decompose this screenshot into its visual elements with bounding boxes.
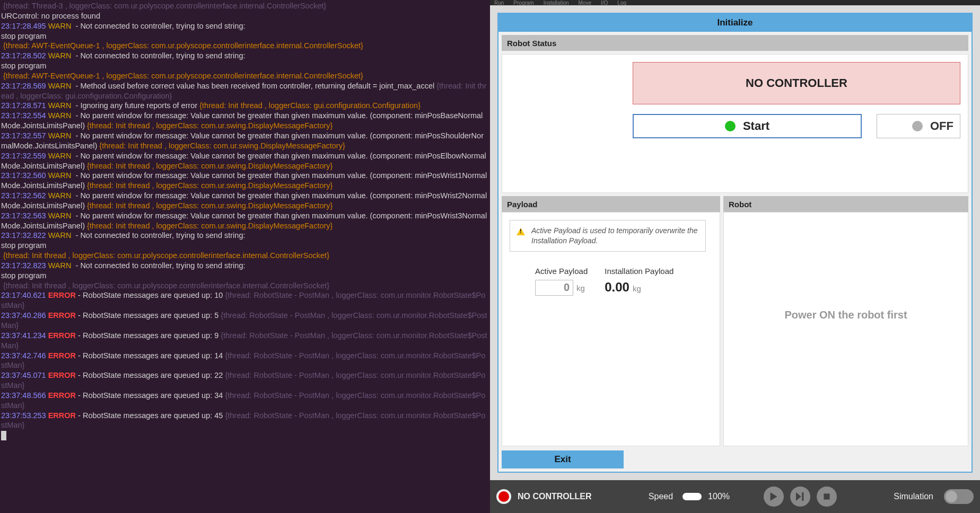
record-indicator-icon xyxy=(496,489,511,504)
bottom-status-bar: NO CONTROLLER Speed 100% Simulation xyxy=(490,480,980,513)
installation-payload-label: Installation Payload xyxy=(605,267,673,276)
terminal-line: 23:37:41.234 ERROR - RobotState messages… xyxy=(1,331,489,351)
terminal-line: stop program xyxy=(1,241,489,251)
payload-hint-text: Active Payload is used to temporarily ov… xyxy=(531,226,699,246)
menu-item[interactable]: Log xyxy=(617,0,626,5)
menu-item[interactable]: I/O xyxy=(601,0,608,5)
terminal-line: stop program xyxy=(1,271,489,281)
svg-marker-0 xyxy=(771,492,777,501)
robot-section: Robot Power ON the robot first xyxy=(723,196,968,446)
robot-power-message: Power ON the robot first xyxy=(731,309,960,321)
unit-label: kg xyxy=(576,284,585,293)
speed-value: 100% xyxy=(708,492,730,501)
terminal-line: 23:17:28.495 WARN - Not connected to con… xyxy=(1,21,489,31)
installation-payload-field: Installation Payload 0.00 kg xyxy=(605,267,673,296)
svg-rect-3 xyxy=(824,493,829,499)
menu-item[interactable]: Run xyxy=(494,0,504,5)
speed-slider[interactable] xyxy=(682,493,702,500)
terminal-line: 23:17:32.822 WARN - Not connected to con… xyxy=(1,231,489,241)
payload-section: Payload Active Payload is used to tempor… xyxy=(502,196,720,446)
terminal-line: 23:17:28.569 WARN - Method used before c… xyxy=(1,81,489,101)
no-controller-banner: NO CONTROLLER xyxy=(633,62,960,104)
terminal-line: 23:17:32.559 WARN - No parent window for… xyxy=(1,151,489,171)
unit-label: kg xyxy=(633,284,641,293)
terminal-line: stop program xyxy=(1,31,489,41)
simulation-toggle[interactable] xyxy=(944,489,974,504)
terminal-line: 23:37:42.746 ERROR - RobotState messages… xyxy=(1,351,489,371)
menu-item[interactable]: Installation xyxy=(544,0,569,5)
terminal-line: 23:17:32.557 WARN - No parent window for… xyxy=(1,131,489,151)
exit-button[interactable]: Exit xyxy=(502,450,624,468)
off-button[interactable]: OFF xyxy=(877,114,960,138)
terminal-line: {thread: Thread-3 , loggerClass: com.ur.… xyxy=(1,1,489,11)
active-payload-input[interactable] xyxy=(535,280,573,296)
initialize-panel: Initialize Robot Status NO CONTROLLER St… xyxy=(497,13,973,473)
start-button-label: Start xyxy=(743,119,769,133)
speed-label: Speed xyxy=(649,492,673,501)
robot-status-header: Robot Status xyxy=(502,35,968,51)
controller-status-label: NO CONTROLLER xyxy=(518,492,592,501)
terminal-line: {thread: Init thread , loggerClass: com.… xyxy=(1,281,489,291)
terminal-line: 23:37:45.071 ERROR - RobotState messages… xyxy=(1,370,489,391)
terminal-line: {thread: Init thread , loggerClass: com.… xyxy=(1,251,489,261)
active-payload-label: Active Payload xyxy=(535,267,588,276)
menu-item[interactable]: Program xyxy=(513,0,533,5)
terminal-line: 23:37:48.566 ERROR - RobotState messages… xyxy=(1,391,489,411)
terminal-line: 23:37:53.253 ERROR - RobotState messages… xyxy=(1,411,489,431)
status-dot-green-icon xyxy=(725,121,736,131)
menu-item[interactable]: Move xyxy=(579,0,591,5)
terminal-line: 23:37:40.286 ERROR - RobotState messages… xyxy=(1,311,489,331)
robot-header: Robot xyxy=(723,196,968,212)
workspace-area: Initialize Robot Status NO CONTROLLER St… xyxy=(490,5,980,480)
off-button-label: OFF xyxy=(930,119,953,133)
robot-status-area: NO CONTROLLER Start OFF xyxy=(502,54,968,193)
active-payload-field: Active Payload kg xyxy=(535,267,588,296)
terminal-line: 23:17:28.502 WARN - Not connected to con… xyxy=(1,51,489,61)
terminal-line: 23:17:32.554 WARN - No parent window for… xyxy=(1,111,489,131)
start-button[interactable]: Start xyxy=(633,114,862,138)
terminal-line: 23:17:28.571 WARN - Ignoring any future … xyxy=(1,101,489,111)
warning-icon xyxy=(517,228,525,235)
terminal-output[interactable]: {thread: Thread-3 , loggerClass: com.ur.… xyxy=(0,0,490,513)
terminal-line: 23:17:40.621 ERROR - RobotState messages… xyxy=(1,290,489,311)
terminal-line: {thread: AWT-EventQueue-1 , loggerClass:… xyxy=(1,41,489,51)
svg-marker-1 xyxy=(796,492,801,501)
svg-rect-2 xyxy=(802,492,803,501)
panel-title: Initialize xyxy=(498,14,972,32)
terminal-cursor-icon xyxy=(1,431,6,440)
payload-header: Payload xyxy=(502,196,720,212)
terminal-line: {thread: AWT-EventQueue-1 , loggerClass:… xyxy=(1,71,489,81)
terminal-line: stop program xyxy=(1,61,489,71)
step-button[interactable] xyxy=(790,487,810,507)
simulation-label: Simulation xyxy=(894,492,933,501)
polyscope-window: RunProgramInstallationMoveI/OLog Initial… xyxy=(490,0,980,513)
terminal-line: 23:17:32.823 WARN - Not connected to con… xyxy=(1,261,489,271)
play-button[interactable] xyxy=(764,487,784,507)
terminal-line: 23:17:32.563 WARN - No parent window for… xyxy=(1,211,489,231)
stop-button[interactable] xyxy=(817,487,837,507)
status-dot-grey-icon xyxy=(912,121,923,131)
terminal-line: 23:17:32.562 WARN - No parent window for… xyxy=(1,191,489,211)
payload-hint-box: Active Payload is used to temporarily ov… xyxy=(510,220,706,252)
terminal-line: 23:17:32.560 WARN - No parent window for… xyxy=(1,171,489,191)
installation-payload-value: 0.00 xyxy=(605,280,629,295)
top-menu: RunProgramInstallationMoveI/OLog xyxy=(490,0,980,5)
terminal-line: URControl: no process found xyxy=(1,11,489,21)
